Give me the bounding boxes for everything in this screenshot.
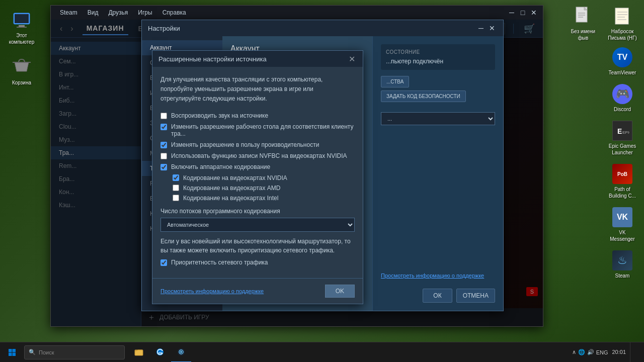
svg-text:E: E bbox=[617, 127, 622, 135]
threads-dropdown[interactable]: Автоматическое bbox=[160, 218, 355, 232]
menu-steam[interactable]: Steam bbox=[55, 7, 83, 18]
desktop-icon-epic[interactable]: E EPIC Epic Games Launcher bbox=[605, 119, 640, 158]
source-dialog-titlebar: Расширенные настройки источника ✕ bbox=[152, 51, 363, 67]
ok-button[interactable]: ОК bbox=[423, 289, 452, 303]
taskbar-edge[interactable] bbox=[150, 342, 170, 363]
settings-titlebar: Настройки ─ ✕ bbox=[142, 20, 503, 36]
search-placeholder: Поиск bbox=[39, 349, 54, 355]
source-footer-link[interactable]: Просмотреть информацию о поддержке bbox=[160, 288, 264, 294]
devices-button[interactable]: ...СТВА bbox=[381, 76, 409, 87]
taskbar-search[interactable]: 🔍 Поиск bbox=[24, 345, 125, 359]
threads-label: Число потоков программного кодирования bbox=[160, 208, 355, 215]
desktop-icon-discord[interactable]: 🎮 Discord bbox=[605, 82, 640, 115]
menu-games[interactable]: Игры bbox=[133, 7, 157, 18]
desktop-icon-vk[interactable]: VK VK Messenger bbox=[605, 205, 640, 244]
settings-state-section: СОСТОЯНИЕ ...пьютер подключён bbox=[381, 44, 495, 70]
right-dropdown[interactable]: ... bbox=[381, 112, 495, 125]
checkbox-intel[interactable] bbox=[173, 195, 179, 201]
checkbox-amd-label: Кодирование на видеокартах AMD bbox=[183, 185, 280, 192]
taskbar-clock[interactable]: 20:01 bbox=[612, 348, 630, 356]
checkbox-perf-res-label: Изменять разрешение в пользу производите… bbox=[171, 141, 319, 148]
checkbox-amd[interactable] bbox=[173, 185, 179, 191]
settings-close[interactable]: ✕ bbox=[487, 23, 497, 33]
steam-menu: Steam Вид Друзья Игры Справка bbox=[55, 7, 503, 18]
desktop-icons-left: Этот компьютер Корзина bbox=[4, 8, 39, 88]
checkbox-nvfbc-row: Использовать функцию записи NVFBC на вид… bbox=[160, 152, 355, 159]
checkbox-sound-label: Воспроизводить звук на источнике bbox=[171, 112, 268, 119]
taskbar-steam[interactable] bbox=[171, 342, 191, 363]
menu-help[interactable]: Справка bbox=[157, 7, 191, 18]
settings-right-panel: СОСТОЯНИЕ ...пьютер подключён ...СТВА ЗА… bbox=[372, 36, 503, 311]
desktop-icon-unnamed-label: Без имени фыв bbox=[568, 28, 599, 41]
checkbox-desktop-res-label: Изменить разрешение рабочего стола для с… bbox=[171, 123, 355, 137]
desktop-icon-steam[interactable]: ♨ Steam bbox=[605, 248, 640, 281]
svg-rect-17 bbox=[13, 349, 16, 352]
settings-minimize[interactable]: ─ bbox=[476, 23, 486, 33]
steam-titlebar: Steam Вид Друзья Игры Справка ─ □ ✕ bbox=[51, 6, 543, 20]
tray-volume[interactable]: 🔊 bbox=[587, 349, 594, 355]
svg-point-24 bbox=[180, 351, 182, 353]
sub-checkbox-nvidia-row: Кодирование на видеокартах NVIDIA bbox=[173, 174, 355, 182]
desktop-icons-right: TV TeamViewer 🎮 Discord E EPIC Epic Game… bbox=[605, 45, 640, 281]
checkbox-desktop-res[interactable] bbox=[160, 124, 167, 130]
desktop-icon-teamviewer[interactable]: TV TeamViewer bbox=[605, 45, 640, 78]
svg-rect-13 bbox=[15, 14, 29, 23]
menu-friends[interactable]: Друзья bbox=[103, 7, 133, 18]
checkbox-nvfbc-label: Использовать функцию записи NVFBC на вид… bbox=[171, 152, 347, 159]
desktop-icon-path[interactable]: PoB Path of Building C... bbox=[605, 162, 640, 201]
state-value: ...пьютер подключён bbox=[386, 58, 490, 65]
sub-checkbox-intel-row: Кодирование на видеокартах Intel bbox=[173, 195, 355, 202]
maximize-button[interactable]: □ bbox=[518, 8, 528, 18]
network-text: Если у вас новейший или высокотехнологич… bbox=[160, 237, 355, 255]
source-dialog-body: Для улучшения качества трансляции с этог… bbox=[152, 67, 363, 278]
settings-footer-link[interactable]: Просмотреть информацию о поддержке bbox=[381, 273, 495, 279]
desktop-icons-top: Без имени фыв Набросок Письма (НГ) bbox=[561, 0, 644, 47]
minimize-button[interactable]: ─ bbox=[507, 8, 517, 18]
search-icon: 🔍 bbox=[29, 349, 36, 355]
set-code-button[interactable]: ЗАДАТЬ КОД БЕЗОПАСНОСТИ bbox=[381, 90, 466, 102]
checkbox-sound[interactable] bbox=[160, 113, 167, 119]
sub-checkbox-amd-row: Кодирование на видеокартах AMD bbox=[173, 185, 355, 192]
checkbox-hw-encode[interactable] bbox=[160, 164, 167, 170]
checkbox-hw-encode-row: Включить аппаратное кодирование bbox=[160, 163, 355, 170]
desktop: Без имени фыв Набросок Письма (НГ) TV Te… bbox=[0, 0, 644, 362]
source-ok-button[interactable]: OK bbox=[325, 285, 355, 298]
desktop-icon-draft-label: Набросок Письма (НГ) bbox=[607, 28, 638, 41]
taskbar-explorer[interactable] bbox=[129, 342, 149, 363]
steam-window: Steam Вид Друзья Игры Справка ─ □ ✕ ‹ › … bbox=[50, 5, 543, 327]
start-button[interactable] bbox=[0, 342, 24, 363]
svg-rect-16 bbox=[9, 349, 12, 352]
checkbox-nvfbc[interactable] bbox=[160, 153, 167, 159]
desktop-icon-computer[interactable]: Этот компьютер bbox=[4, 8, 39, 47]
menu-view[interactable]: Вид bbox=[83, 7, 104, 18]
tray-arrow[interactable]: ∧ bbox=[572, 349, 576, 355]
taskbar-tray: ∧ 🌐 🔊 ENG bbox=[568, 349, 612, 355]
checkbox-net-priority-row: Приоритетность сетевого трафика bbox=[160, 259, 355, 266]
checkbox-net-priority[interactable] bbox=[160, 259, 167, 266]
checkbox-hw-encode-label: Включить аппаратное кодирование bbox=[171, 163, 270, 170]
threads-section: Число потоков программного кодирования А… bbox=[160, 208, 355, 232]
right-buttons: ...СТВА ЗАДАТЬ КОД БЕЗОПАСНОСТИ bbox=[381, 76, 495, 102]
cancel-button[interactable]: ОТМЕНА bbox=[456, 289, 495, 303]
checkbox-nvidia[interactable] bbox=[173, 174, 179, 181]
svg-rect-18 bbox=[9, 352, 12, 356]
steam-win-controls: ─ □ ✕ bbox=[507, 8, 539, 18]
source-dialog-close[interactable]: ✕ bbox=[347, 54, 357, 64]
checkbox-perf-res[interactable] bbox=[160, 142, 167, 148]
close-button[interactable]: ✕ bbox=[529, 8, 539, 18]
source-dialog-footer: Просмотреть информацию о поддержке OK bbox=[152, 278, 363, 304]
desktop-icon-unnamed-file[interactable]: Без имени фыв bbox=[566, 4, 601, 43]
state-label: СОСТОЯНИЕ bbox=[386, 49, 490, 55]
svg-rect-5 bbox=[615, 8, 628, 24]
tray-network[interactable]: 🌐 bbox=[578, 349, 585, 355]
desktop-icon-draft[interactable]: Набросок Письма (НГ) bbox=[605, 4, 640, 43]
checkbox-desktop-res-row: Изменить разрешение рабочего стола для с… bbox=[160, 123, 355, 137]
desktop-icon-basket[interactable]: Корзина bbox=[4, 55, 39, 88]
source-dialog-title: Расширенные настройки источника bbox=[158, 55, 267, 63]
source-dialog: Расширенные настройки источника ✕ Для ул… bbox=[152, 50, 363, 304]
svg-rect-19 bbox=[13, 352, 16, 356]
right-dropdown-container: ... bbox=[381, 112, 495, 125]
show-desktop-button[interactable] bbox=[630, 342, 644, 363]
checkbox-nvidia-label: Кодирование на видеокартах NVIDIA bbox=[183, 174, 287, 182]
tray-lang[interactable]: ENG bbox=[596, 349, 608, 355]
